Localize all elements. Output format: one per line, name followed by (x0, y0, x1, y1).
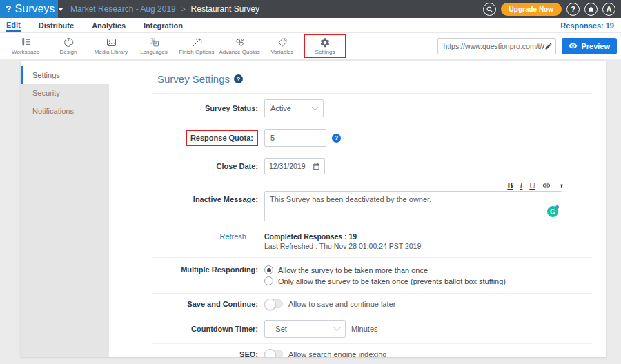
edit-pencil-icon[interactable] (544, 42, 553, 50)
save-continue-text: Allow to save and continue later (288, 300, 395, 308)
nav-tab-edit[interactable]: Edit (6, 19, 21, 32)
radio-option-multiple[interactable]: Allow the survey to be taken more than o… (264, 265, 506, 274)
preview-button[interactable]: Preview (562, 38, 617, 54)
bold-button[interactable]: B (507, 181, 513, 190)
tool-label: Design (60, 49, 77, 55)
rich-text-toolbar: B I U (270, 180, 569, 191)
tool-label: Finish Options (179, 49, 214, 55)
inactive-message-row: Inactive Message: This Survey has been d… (144, 191, 592, 230)
seo-label: SEO: (144, 350, 264, 358)
countdown-timer-row: Countdown Timer: --Set-- Minutes (144, 314, 592, 343)
breadcrumb-separator: > (181, 6, 186, 13)
search-button[interactable] (483, 3, 496, 16)
settings-sidebar: Settings Security Notifications (21, 61, 109, 357)
tool-label: Media Library (95, 49, 128, 55)
last-refreshed: Last Refreshed : Thu Nov 28 01:00:24 PST… (264, 242, 421, 250)
seo-toggle[interactable] (264, 350, 283, 357)
page-title-text: Survey Settings (157, 73, 230, 85)
completed-responses: Completed Responses : 19 (264, 232, 421, 241)
survey-status-label: Survey Status: (144, 104, 264, 112)
tool-label: Workspace (12, 49, 39, 55)
sidebar-item-notifications[interactable]: Notifications (21, 102, 109, 120)
palette-icon (63, 37, 75, 48)
bell-icon (587, 6, 595, 13)
calendar-icon[interactable] (313, 163, 320, 170)
app-window: ? Surveys Market Research - Aug 2019 > R… (0, 0, 621, 364)
tool-variables[interactable]: Variables (261, 35, 304, 57)
sidebar-item-security[interactable]: Security (21, 84, 109, 102)
chevron-down-icon (334, 324, 341, 331)
questionpro-logo-icon: ? (6, 4, 12, 14)
surveys-menu[interactable]: ? Surveys (0, 0, 58, 18)
tool-media-library[interactable]: Media Library (90, 35, 132, 57)
save-continue-label: Save and Continue: (144, 300, 264, 308)
refresh-link[interactable]: Refresh (144, 232, 264, 250)
tool-design[interactable]: Design (47, 35, 90, 57)
breadcrumb: Market Research - Aug 2019 > Restaurant … (58, 0, 259, 18)
chevron-down-icon (312, 103, 319, 110)
save-continue-row: Save and Continue: Allow to save and con… (144, 294, 592, 314)
radio-unselected-icon[interactable] (264, 276, 273, 285)
refresh-row: Refresh Completed Responses : 19 Last Re… (144, 230, 592, 257)
quota-help-icon[interactable]: ? (332, 134, 341, 143)
inactive-message-textarea[interactable]: This Survey has been deactivated by the … (264, 191, 562, 221)
survey-status-select[interactable]: Active (264, 99, 324, 117)
sidebar-filler (21, 120, 109, 357)
countdown-timer-suffix: Minutes (351, 325, 378, 333)
tool-label: Variables (271, 49, 294, 55)
countdown-timer-select[interactable]: --Set-- (264, 320, 346, 338)
responses-count[interactable]: Responses: 19 (560, 21, 614, 30)
breadcrumb-parent[interactable]: Market Research - Aug 2019 (70, 4, 176, 14)
upgrade-now-button[interactable]: Upgrade Now (501, 3, 562, 16)
help-circle-icon[interactable]: ? (234, 74, 243, 83)
radio-option-text: Only allow the survey to be taken once (… (278, 277, 506, 285)
tool-workspace[interactable]: Workspace (4, 35, 47, 57)
tool-finish-options[interactable]: Finish Options (175, 35, 218, 57)
link-icon[interactable] (542, 181, 551, 190)
preview-label: Preview (581, 42, 610, 50)
clear-format-icon[interactable] (558, 181, 566, 190)
image-icon (106, 37, 117, 48)
radio-option-once[interactable]: Only allow the survey to be taken once (… (264, 276, 506, 285)
notifications-button[interactable] (584, 3, 598, 16)
page-title: Survey Settings ? (157, 73, 592, 85)
close-date-label: Close Date: (144, 162, 264, 170)
sidebar-spacer (21, 61, 109, 66)
tool-languages[interactable]: 文A Languages (132, 35, 175, 57)
survey-nav: Edit Distribute Analytics Integration Re… (0, 18, 621, 33)
product-name: Surveys (15, 3, 55, 15)
topbar-actions: Upgrade Now ? A (483, 0, 621, 18)
top-bar: ? Surveys Market Research - Aug 2019 > R… (0, 0, 621, 18)
save-continue-toggle[interactable] (264, 299, 283, 308)
close-date-field[interactable]: 12/31/2019 (264, 158, 325, 174)
chain-icon (234, 37, 246, 48)
response-quota-label-wrap: Response Quota: (144, 130, 264, 146)
survey-url-input[interactable] (443, 42, 544, 50)
breadcrumb-current: Restaurant Survey (191, 4, 259, 14)
radio-selected-icon[interactable] (264, 265, 273, 274)
multiple-responding-row: Multiple Responding: Allow the survey to… (144, 258, 592, 293)
survey-status-value: Active (270, 104, 291, 112)
tool-advance-quotas[interactable]: Advance Quotas (218, 35, 261, 57)
nav-tab-analytics[interactable]: Analytics (91, 20, 126, 31)
url-preview-group: Preview (437, 38, 617, 54)
nav-tab-distribute[interactable]: Distribute (38, 20, 75, 31)
survey-url-field[interactable] (437, 38, 556, 54)
svg-text:文: 文 (151, 39, 155, 43)
italic-button[interactable]: I (520, 181, 522, 190)
multiple-responding-label: Multiple Responding: (144, 263, 264, 274)
seo-row: SEO: Allow search engine indexing (144, 344, 592, 357)
sidebar-item-settings[interactable]: Settings (21, 66, 109, 84)
close-date-row: Close Date: 12/31/2019 (144, 152, 592, 180)
radio-option-text: Allow the survey to be taken more than o… (278, 266, 428, 274)
seo-text: Allow search engine indexing (288, 350, 386, 358)
wand-icon (191, 37, 203, 48)
response-quota-label: Response Quota: (186, 130, 258, 146)
tool-settings[interactable]: Settings (304, 34, 346, 58)
avatar[interactable]: A (602, 3, 615, 16)
underline-button[interactable]: U (529, 181, 535, 190)
nav-tab-integration[interactable]: Integration (143, 20, 184, 31)
grammarly-icon[interactable]: G (547, 206, 558, 217)
response-quota-input[interactable] (264, 129, 326, 147)
help-button[interactable]: ? (566, 3, 580, 16)
